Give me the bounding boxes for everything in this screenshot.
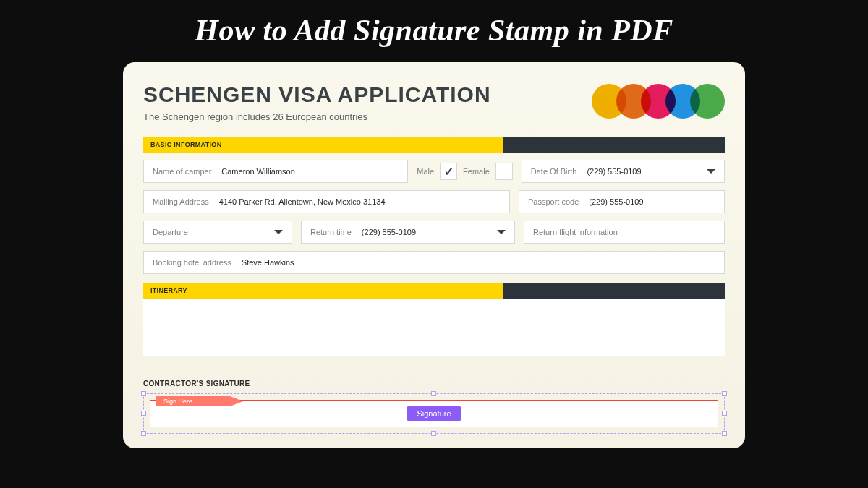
section-header-label: ITINERARY bbox=[143, 283, 503, 299]
return-time-label: Return time bbox=[310, 228, 352, 236]
resize-handle[interactable] bbox=[431, 391, 436, 396]
return-flight-label: Return flight information bbox=[533, 228, 618, 236]
departure-field[interactable]: Departure bbox=[143, 221, 292, 244]
chevron-down-icon bbox=[274, 230, 283, 234]
signature-button[interactable]: Signature bbox=[407, 406, 461, 421]
booking-field[interactable]: Booking hotel address Steve Hawkins bbox=[143, 251, 725, 274]
sign-here-tag: Sign Here bbox=[156, 396, 243, 406]
resize-handle[interactable] bbox=[722, 431, 727, 436]
form-header: SCHENGEN VISA APPLICATION The Schengen r… bbox=[143, 82, 725, 122]
departure-label: Departure bbox=[153, 228, 188, 236]
check-icon: ✓ bbox=[444, 165, 454, 179]
booking-label: Booking hotel address bbox=[153, 258, 231, 267]
section-header-itinerary: ITINERARY bbox=[143, 283, 725, 299]
female-checkbox[interactable] bbox=[495, 163, 513, 180]
dob-label: Date Of Birth bbox=[531, 167, 577, 176]
dob-field[interactable]: Date Of Birth (229) 555-0109 bbox=[522, 160, 725, 183]
resize-handle[interactable] bbox=[431, 431, 436, 436]
resize-handle[interactable] bbox=[141, 391, 146, 396]
return-time-value: (229) 555-0109 bbox=[362, 228, 416, 236]
name-value: Cameron Williamson bbox=[221, 167, 294, 176]
passport-value: (229) 555-0109 bbox=[589, 197, 643, 206]
section-header-basic: BASIC INFORMATION bbox=[143, 137, 725, 153]
mailing-value: 4140 Parker Rd. Allentown, New Mexico 31… bbox=[219, 197, 386, 206]
male-label: Male bbox=[417, 167, 434, 176]
section-header-accent bbox=[503, 137, 725, 153]
chevron-down-icon bbox=[497, 230, 506, 234]
signature-inner-box[interactable]: Sign Here Signature bbox=[150, 400, 718, 427]
page-title: How to Add Signature Stamp in PDF bbox=[0, 0, 868, 48]
signature-field-selection[interactable]: Sign Here Signature bbox=[143, 393, 725, 434]
booking-value: Steve Hawkins bbox=[242, 258, 294, 267]
resize-handle[interactable] bbox=[141, 431, 146, 436]
return-time-field[interactable]: Return time (229) 555-0109 bbox=[301, 221, 515, 244]
circle-icon bbox=[690, 84, 725, 119]
male-checkbox[interactable]: ✓ bbox=[440, 163, 457, 180]
dob-value: (229) 555-0109 bbox=[587, 167, 641, 176]
name-field[interactable]: Name of camper Cameron Williamson bbox=[143, 160, 408, 183]
signature-section: CONTRACTOR'S SIGNATURE Sign Here Signatu… bbox=[143, 380, 725, 434]
passport-label: Passport code bbox=[528, 197, 579, 206]
chevron-down-icon bbox=[707, 169, 715, 174]
section-header-label: BASIC INFORMATION bbox=[143, 137, 503, 153]
mailing-field[interactable]: Mailing Address 4140 Parker Rd. Allentow… bbox=[143, 190, 510, 213]
signature-label: CONTRACTOR'S SIGNATURE bbox=[143, 380, 725, 388]
resize-handle[interactable] bbox=[141, 411, 146, 416]
itinerary-body[interactable] bbox=[143, 299, 725, 356]
section-header-accent bbox=[503, 283, 725, 299]
mailing-label: Mailing Address bbox=[153, 197, 209, 206]
female-label: Female bbox=[463, 167, 490, 176]
resize-handle[interactable] bbox=[722, 391, 727, 396]
return-flight-field[interactable]: Return flight information bbox=[524, 221, 725, 244]
resize-handle[interactable] bbox=[722, 411, 727, 416]
form-document: SCHENGEN VISA APPLICATION The Schengen r… bbox=[123, 62, 745, 448]
gender-group: Male ✓ Female bbox=[417, 160, 513, 183]
color-circles-logo bbox=[592, 84, 725, 119]
name-label: Name of camper bbox=[153, 167, 211, 176]
passport-field[interactable]: Passport code (229) 555-0109 bbox=[519, 190, 725, 213]
